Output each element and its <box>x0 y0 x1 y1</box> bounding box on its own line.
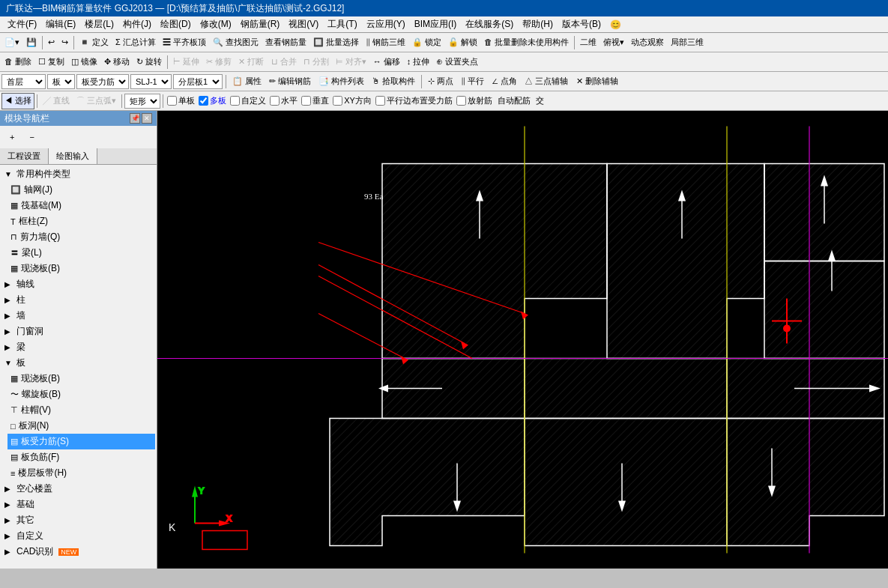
menu-tools[interactable]: 工具(T) <box>323 16 361 32</box>
nav-column[interactable]: ▶ 柱 <box>1 292 155 308</box>
nav-floor-belt[interactable]: ≡ 楼层板带(H) <box>7 465 155 481</box>
menu-online[interactable]: 在线服务(S) <box>461 16 518 32</box>
name-select[interactable]: SLJ-1 <box>130 74 172 89</box>
redo-btn[interactable]: ↪ <box>58 34 71 51</box>
menu-component[interactable]: 构件(J) <box>118 16 156 32</box>
delete-btn[interactable]: 🗑 删除 <box>1 54 34 70</box>
nav-frame-column[interactable]: T 框柱(Z) <box>7 213 155 229</box>
menu-cloud[interactable]: 云应用(Y) <box>362 16 410 32</box>
level-select[interactable]: 分层板1 <box>173 74 223 89</box>
offset-btn[interactable]: ↔ 偏移 <box>370 54 403 70</box>
menu-version[interactable]: 版本号(B) <box>558 16 605 32</box>
nav-spiral-slab[interactable]: 〜 螺旋板(B) <box>7 387 155 402</box>
floor-select[interactable]: 首层 第二层 <box>1 74 46 89</box>
batch-del-btn[interactable]: 🗑 批量删除未使用构件 <box>481 34 572 51</box>
parallel-edge-check[interactable]: 平行边布置受力筋 <box>374 95 454 106</box>
calc-btn[interactable]: Σ 汇总计算 <box>112 34 159 51</box>
nav-shear-wall[interactable]: ⊓ 剪力墙(Q) <box>7 229 155 245</box>
property-btn[interactable]: 📋 属性 <box>229 73 265 90</box>
type-select[interactable]: 板 <box>47 74 75 89</box>
single-board-check[interactable]: 单板 <box>166 95 196 106</box>
panel-pin-btn[interactable]: 📌 <box>130 113 140 124</box>
extend-btn[interactable]: ⊢ 延伸 <box>170 54 202 70</box>
menu-help[interactable]: 帮助(H) <box>518 16 558 32</box>
menu-emoji[interactable]: 😊 <box>605 18 626 31</box>
grip-btn[interactable]: ⊕ 设置夹点 <box>433 54 481 70</box>
three-aux-btn[interactable]: △ 三点辅轴 <box>522 73 571 90</box>
menu-file[interactable]: 文件(F) <box>3 16 41 32</box>
radial-check[interactable]: 放射筋 <box>455 95 494 106</box>
new-btn[interactable]: 📄▾ <box>1 34 22 51</box>
remove-drawing-btn[interactable]: − <box>22 129 40 145</box>
nav-door-window[interactable]: ▶ 门窗洞 <box>1 324 155 339</box>
two-point-btn[interactable]: ⊹ 两点 <box>425 73 456 90</box>
nav-raft-foundation[interactable]: ▦ 筏基础(M) <box>7 198 155 213</box>
save-btn[interactable]: 💾 <box>23 34 40 51</box>
nav-slab-neg-rebar[interactable]: ▤ 板负筋(F) <box>7 449 155 465</box>
nav-slab-rebar[interactable]: ▤ 板受力筋(S) <box>7 434 155 449</box>
tab-draw-input[interactable]: 绘图输入 <box>49 148 97 164</box>
menu-floor[interactable]: 楼层(L) <box>80 16 118 32</box>
parallel-btn[interactable]: ∥ 平行 <box>458 73 487 90</box>
break-btn[interactable]: ✕ 打断 <box>235 54 267 70</box>
view2d-btn[interactable]: 二维 <box>577 34 599 51</box>
dynamic-view-btn[interactable]: 动态观察 <box>628 34 667 51</box>
define-btn[interactable]: ◾ 定义 <box>76 34 112 51</box>
auto-config-btn[interactable]: 自动配筋 <box>495 93 534 109</box>
nav-beam[interactable]: 〓 梁(L) <box>7 245 155 261</box>
add-drawing-btn[interactable]: + <box>3 129 21 145</box>
nav-hollow-floor[interactable]: ▶ 空心楼盖 <box>1 481 155 497</box>
nav-cad[interactable]: ▶ CAD识别 NEW <box>1 544 155 560</box>
shape-select[interactable]: 矩形 <box>124 94 160 109</box>
stretch-btn[interactable]: ↕ 拉伸 <box>404 54 433 70</box>
nav-slab-hole[interactable]: □ 板洞(N) <box>7 418 155 434</box>
multi-board-check[interactable]: 多板 <box>197 95 228 106</box>
split-btn[interactable]: ⊓ 分割 <box>300 54 332 70</box>
nav-custom[interactable]: ▶ 自定义 <box>1 528 155 544</box>
local3d-btn[interactable]: 局部三维 <box>668 34 707 51</box>
horizontal-check[interactable]: 水平 <box>268 95 299 106</box>
bartype-select[interactable]: 板受力筋 <box>76 74 129 89</box>
copy-btn[interactable]: ☐ 复制 <box>35 54 67 70</box>
rebar-view-btn[interactable]: 查看钢筋量 <box>262 34 309 51</box>
xy-check[interactable]: XY方向 <box>331 95 373 106</box>
move-btn[interactable]: ✥ 移动 <box>101 54 133 70</box>
pick-comp-btn[interactable]: 🖱 拾取构件 <box>369 73 418 90</box>
custom-check[interactable]: 自定义 <box>229 95 268 106</box>
menu-rebar[interactable]: 钢筋量(R) <box>236 16 285 32</box>
vertical-check[interactable]: 垂直 <box>300 95 330 106</box>
comp-list-btn[interactable]: 📑 构件列表 <box>315 73 367 90</box>
nav-slab-group[interactable]: ▼ 板 <box>1 355 155 371</box>
undo-btn[interactable]: ↩ <box>45 34 58 51</box>
menu-bim[interactable]: BIM应用(I) <box>410 16 462 32</box>
trim-btn[interactable]: ✂ 修剪 <box>203 54 235 70</box>
nav-other[interactable]: ▶ 其它 <box>1 512 155 528</box>
find-btn[interactable]: 🔍 查找图元 <box>210 34 262 51</box>
nav-cast-slab[interactable]: ▦ 现浇板(B) <box>7 261 155 276</box>
nav-foundation[interactable]: ▶ 基础 <box>1 497 155 512</box>
del-aux-btn[interactable]: ✕ 删除辅轴 <box>573 73 621 90</box>
tab-project-settings[interactable]: 工程设置 <box>0 148 49 164</box>
align-tool-btn[interactable]: ⊨ 对齐▾ <box>333 54 369 70</box>
line-btn[interactable]: ╱ 直线 <box>40 93 73 109</box>
nav-axis[interactable]: ▶ 轴线 <box>1 276 155 292</box>
menu-view[interactable]: 视图(V) <box>284 16 323 32</box>
nav-column-cap[interactable]: ⊤ 柱帽(V) <box>7 402 155 418</box>
align-btn[interactable]: ☰ 平齐板顶 <box>160 34 209 51</box>
nav-cast-slab2[interactable]: ▦ 现浇板(B) <box>7 371 155 387</box>
nav-beam-group[interactable]: ▶ 梁 <box>1 339 155 355</box>
nav-common-types[interactable]: ▼ 常用构件类型 <box>1 166 155 182</box>
menu-draw[interactable]: 绘图(D) <box>156 16 196 32</box>
menu-modify[interactable]: 修改(M) <box>196 16 236 32</box>
merge-btn[interactable]: ⊔ 合并 <box>268 54 300 70</box>
angle-btn[interactable]: ∠ 点角 <box>489 73 520 90</box>
view-top-btn[interactable]: 俯视▾ <box>600 34 627 51</box>
drawing-area[interactable]: 93 Ea K Y X <box>157 111 888 569</box>
nav-wall[interactable]: ▶ 墙 <box>1 308 155 324</box>
unlock-btn[interactable]: 🔓 解锁 <box>445 34 480 51</box>
mirror-btn[interactable]: ◫ 镜像 <box>68 54 100 70</box>
lock-btn[interactable]: 🔒 锁定 <box>409 34 444 51</box>
batch-select-btn[interactable]: 🔲 批量选择 <box>310 34 362 51</box>
nav-axis-net[interactable]: 🔲 轴网(J) <box>7 182 155 198</box>
arc-btn[interactable]: ⌒ 三点弧▾ <box>73 93 119 109</box>
